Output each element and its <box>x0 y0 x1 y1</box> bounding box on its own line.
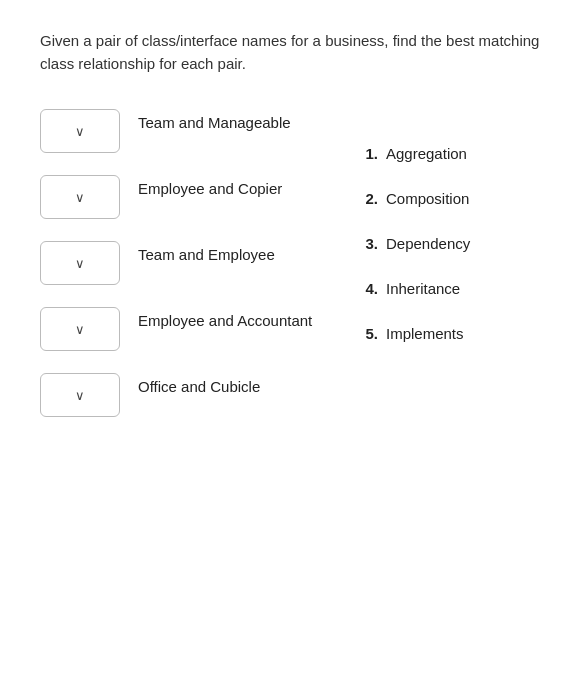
pair-row-5: ∨Office and Cubicle <box>40 369 340 417</box>
answer-text-5: Implements <box>386 325 464 342</box>
answer-item-1: 1.Aggregation <box>350 145 540 162</box>
answer-number-4: 4. <box>350 280 378 297</box>
answer-number-2: 2. <box>350 190 378 207</box>
chevron-down-icon: ∨ <box>75 388 85 403</box>
answer-text-2: Composition <box>386 190 469 207</box>
answer-number-5: 5. <box>350 325 378 342</box>
pair-row-4: ∨Employee and Accountant <box>40 303 340 351</box>
dropdown-1[interactable]: ∨ <box>40 109 120 153</box>
dropdown-3[interactable]: ∨ <box>40 241 120 285</box>
answer-item-4: 4.Inheritance <box>350 280 540 297</box>
dropdown-2[interactable]: ∨ <box>40 175 120 219</box>
pair-label-3: Team and Employee <box>138 241 275 266</box>
pair-row-3: ∨Team and Employee <box>40 237 340 285</box>
chevron-down-icon: ∨ <box>75 190 85 205</box>
instructions-text: Given a pair of class/interface names fo… <box>40 30 546 75</box>
chevron-down-icon: ∨ <box>75 256 85 271</box>
answer-text-3: Dependency <box>386 235 470 252</box>
main-layout: ∨Team and Manageable∨Employee and Copier… <box>40 105 546 435</box>
answer-item-3: 3.Dependency <box>350 235 540 252</box>
pair-label-2: Employee and Copier <box>138 175 282 200</box>
pair-label-4: Employee and Accountant <box>138 307 312 332</box>
answer-text-1: Aggregation <box>386 145 467 162</box>
answer-text-4: Inheritance <box>386 280 460 297</box>
answers-column: 1.Aggregation2.Composition3.Dependency4.… <box>340 105 540 435</box>
pair-label-1: Team and Manageable <box>138 109 291 134</box>
answer-number-3: 3. <box>350 235 378 252</box>
dropdown-5[interactable]: ∨ <box>40 373 120 417</box>
answer-number-1: 1. <box>350 145 378 162</box>
answer-item-2: 2.Composition <box>350 190 540 207</box>
pairs-column: ∨Team and Manageable∨Employee and Copier… <box>40 105 340 435</box>
chevron-down-icon: ∨ <box>75 322 85 337</box>
pair-row-2: ∨Employee and Copier <box>40 171 340 219</box>
pair-label-5: Office and Cubicle <box>138 373 260 398</box>
answer-item-5: 5.Implements <box>350 325 540 342</box>
pair-row-1: ∨Team and Manageable <box>40 105 340 153</box>
dropdown-4[interactable]: ∨ <box>40 307 120 351</box>
chevron-down-icon: ∨ <box>75 124 85 139</box>
